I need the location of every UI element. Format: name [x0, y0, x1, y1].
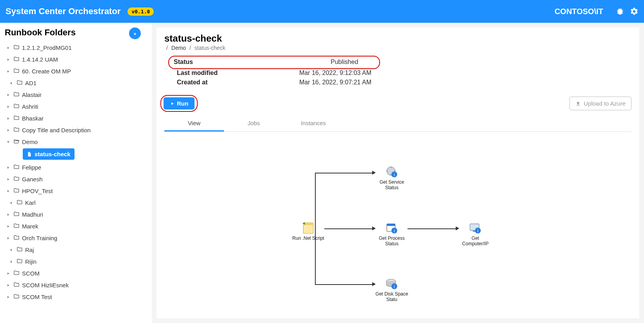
chevron-icon[interactable]	[8, 199, 15, 206]
folder-item[interactable]: Ganesh	[5, 173, 146, 185]
chevron-icon[interactable]	[5, 115, 12, 122]
folder-label: 1.2.1.2_ProdMG01	[22, 44, 72, 51]
folder-label: Alastair	[22, 91, 42, 98]
folder-icon	[13, 115, 20, 122]
chevron-icon[interactable]	[5, 211, 12, 218]
tab-view[interactable]: View	[164, 116, 224, 131]
folder-label: Copy Title and Description	[22, 127, 91, 133]
folder-item[interactable]: AD1	[5, 77, 146, 89]
folder-icon	[13, 293, 20, 301]
folder-item[interactable]: Orch Training	[5, 232, 146, 244]
tab-instances[interactable]: Instances	[284, 116, 343, 131]
folder-icon	[13, 211, 20, 218]
folder-icon	[16, 246, 24, 254]
folder-icon	[13, 187, 20, 195]
chevron-icon[interactable]	[8, 258, 15, 265]
folder-icon	[13, 164, 20, 171]
bug-icon[interactable]	[616, 7, 624, 16]
folder-item[interactable]: Felippe	[5, 161, 146, 173]
folder-item[interactable]: 1.2.1.2_ProdMG01	[5, 42, 146, 53]
chevron-icon[interactable]	[5, 103, 12, 110]
folder-item[interactable]: 60. Create OM MP	[5, 65, 146, 77]
folder-tree[interactable]: 1.2.1.2_ProdMG011.4.14.2 UAM60. Create O…	[5, 42, 152, 320]
node-get-computer-ip[interactable]: i Get Computer/IP	[458, 221, 492, 246]
folder-label: AD1	[25, 80, 36, 86]
chevron-icon[interactable]	[5, 176, 12, 182]
folder-item[interactable]: Bhaskar	[5, 112, 146, 124]
chevron-icon[interactable]	[5, 270, 12, 277]
created-label: Created at	[177, 78, 299, 87]
top-bar: System Center Orchestrator v0.1.0 CONTOS…	[0, 0, 644, 23]
status-label: Status	[174, 57, 331, 67]
breadcrumb-parent[interactable]: Demo	[171, 45, 186, 51]
tab-jobs[interactable]: Jobs	[224, 116, 284, 131]
chevron-icon[interactable]	[5, 294, 12, 300]
product-name: System Center Orchestrator	[5, 6, 120, 16]
folder-label: Felippe	[22, 164, 41, 171]
chevron-icon[interactable]	[8, 80, 15, 86]
page-title: status-check	[164, 33, 631, 44]
folder-item[interactable]: HPOV_Test	[5, 185, 146, 197]
folder-item[interactable]: Karl	[5, 197, 146, 208]
node-get-disk-space[interactable]: i Get Disk Space Statu	[375, 277, 409, 302]
chevron-icon[interactable]	[5, 127, 12, 133]
folder-label: Orch Training	[22, 235, 57, 241]
folder-icon	[13, 68, 20, 75]
folder-item[interactable]: Alastair	[5, 89, 146, 100]
folder-item[interactable]: Marek	[5, 220, 146, 232]
folder-label: Rijin	[25, 258, 36, 265]
chevron-icon[interactable]	[5, 223, 12, 230]
folder-item[interactable]: Copy Title and Description	[5, 124, 146, 136]
folder-icon	[13, 103, 20, 110]
folder-icon	[13, 270, 20, 277]
chevron-icon[interactable]	[5, 164, 12, 171]
upload-icon	[575, 101, 581, 106]
chevron-icon[interactable]	[5, 91, 12, 98]
run-button[interactable]: Run	[164, 97, 195, 109]
chevron-icon[interactable]	[5, 139, 12, 145]
version-badge: v0.1.0	[127, 7, 154, 16]
folder-item[interactable]: SCOM	[5, 267, 146, 279]
folder-item[interactable]: Demo	[5, 136, 146, 148]
folder-item[interactable]: Madhuri	[5, 208, 146, 220]
folder-item[interactable]: Raj	[5, 244, 146, 255]
workflow-diagram: Run .Net Script i Get Service Status i G…	[164, 136, 631, 301]
node-get-service-status[interactable]: i Get Service Status	[375, 165, 409, 190]
chevron-icon[interactable]	[5, 68, 12, 75]
folder-label: Marek	[22, 223, 38, 230]
chevron-icon[interactable]	[5, 188, 12, 194]
collapse-sidebar-button[interactable]: ⌄	[129, 27, 141, 39]
folder-item[interactable]: 1.4.14.2 UAM	[5, 53, 146, 65]
folder-icon	[13, 138, 20, 146]
folder-item[interactable]: Rijin	[5, 255, 146, 267]
status-value: Published	[331, 57, 358, 67]
folder-item[interactable]: SCOM Test	[5, 291, 146, 303]
node-get-process-status[interactable]: i Get Process Status	[375, 221, 409, 246]
run-highlight: Run	[160, 95, 198, 112]
folder-icon	[13, 126, 20, 134]
runbook-item-selected[interactable]: status-check	[23, 148, 75, 160]
breadcrumb-current: status-check	[195, 45, 226, 51]
folder-item[interactable]: Ashriti	[5, 100, 146, 112]
folder-icon	[13, 234, 20, 242]
settings-icon[interactable]	[630, 7, 639, 16]
disk-icon: i	[385, 277, 398, 290]
chevron-icon[interactable]	[5, 235, 12, 241]
folder-icon	[13, 44, 20, 51]
content-area: status-check / Demo / status-check Statu…	[152, 23, 644, 323]
folder-icon	[16, 258, 24, 265]
chevron-icon[interactable]	[5, 56, 12, 63]
modified-value: Mar 16, 2022, 9:12:03 AM	[299, 68, 371, 78]
folder-icon	[13, 91, 20, 99]
modified-label: Last modified	[177, 68, 299, 78]
node-run-script[interactable]: Run .Net Script	[291, 221, 325, 241]
chevron-icon[interactable]	[5, 282, 12, 288]
folder-label: SCOM HizliEsnek	[22, 282, 69, 288]
script-icon	[302, 221, 315, 235]
chevron-icon[interactable]	[8, 246, 15, 253]
upload-to-azure-button[interactable]: Upload to Azure	[569, 97, 631, 110]
chevron-icon[interactable]	[5, 44, 12, 51]
folder-label: 1.4.14.2 UAM	[22, 56, 58, 63]
folder-label: SCOM	[22, 270, 40, 277]
folder-item[interactable]: SCOM HizliEsnek	[5, 279, 146, 291]
